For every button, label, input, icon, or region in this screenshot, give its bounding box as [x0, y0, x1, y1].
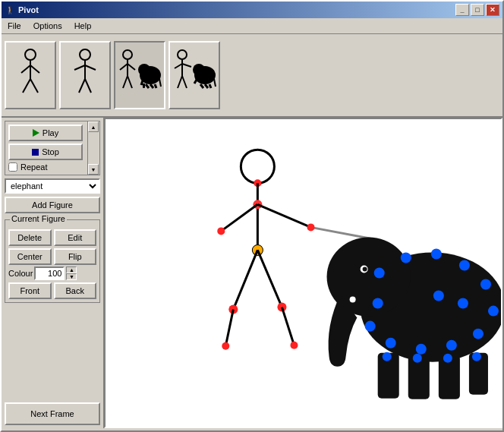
svg-line-2 [21, 65, 30, 73]
svg-point-80 [458, 298, 468, 309]
svg-line-36 [200, 84, 203, 88]
svg-point-82 [413, 354, 422, 363]
svg-line-47 [311, 227, 372, 238]
bottom-panel: Next Frame [5, 306, 100, 425]
svg-line-31 [178, 76, 182, 88]
stick-figure-2-icon [70, 49, 100, 102]
playback-scrollbar: ▲ ▼ [87, 121, 99, 175]
svg-point-57 [290, 342, 298, 349]
app-icon: 🚶 [5, 5, 15, 15]
svg-point-76 [386, 338, 396, 348]
svg-point-69 [431, 248, 442, 259]
colour-up-button[interactable]: ▲ [66, 266, 77, 273]
svg-point-0 [25, 49, 36, 60]
svg-line-46 [257, 204, 310, 227]
repeat-label: Repeat [20, 162, 47, 172]
stick-figure-elephant-2-icon [172, 49, 217, 102]
svg-line-25 [155, 84, 156, 88]
toolbar-figure-2[interactable] [59, 41, 111, 109]
back-button[interactable]: Back [54, 282, 97, 299]
svg-point-12 [123, 50, 132, 59]
svg-point-68 [401, 252, 411, 263]
svg-line-29 [175, 64, 182, 68]
svg-point-6 [80, 49, 90, 60]
stop-icon [32, 149, 39, 156]
svg-line-15 [128, 64, 135, 70]
figure-select[interactable]: elephant stick figure [5, 178, 100, 194]
svg-line-23 [146, 84, 149, 88]
maximize-button[interactable]: □ [471, 4, 484, 16]
svg-point-53 [222, 342, 229, 350]
title-buttons: _ □ ✕ [455, 4, 499, 16]
figure-buttons: Delete Edit Center Flip [8, 229, 96, 265]
front-button[interactable]: Front [8, 282, 52, 299]
svg-line-56 [282, 307, 294, 345]
colour-row: Colour ▲ ▼ [8, 266, 96, 280]
add-figure-button[interactable]: Add Figure [5, 197, 100, 213]
title-bar: 🚶 Pivot _ □ ✕ [2, 2, 502, 18]
repeat-row: Repeat [8, 162, 83, 172]
flip-button[interactable]: Flip [54, 248, 97, 265]
svg-line-38 [209, 84, 211, 88]
svg-point-72 [488, 306, 499, 317]
svg-line-37 [205, 84, 208, 88]
delete-button[interactable]: Delete [8, 229, 52, 246]
main-area: Play Stop Repeat ▲ ▼ [2, 118, 502, 428]
menu-help[interactable]: Help [68, 20, 98, 32]
svg-line-17 [128, 76, 132, 88]
menu-bar: File Options Help [2, 18, 502, 34]
play-icon [33, 129, 39, 137]
svg-line-52 [225, 310, 233, 346]
menu-file[interactable]: File [2, 20, 27, 32]
colour-input[interactable] [34, 266, 65, 280]
svg-line-50 [233, 250, 257, 309]
scroll-up-button[interactable]: ▲ [88, 121, 99, 132]
svg-point-84 [472, 352, 481, 361]
svg-line-39 [214, 79, 216, 87]
left-panel: Play Stop Repeat ▲ ▼ [2, 118, 104, 428]
next-frame-button[interactable]: Next Frame [5, 402, 100, 425]
close-button[interactable]: ✕ [486, 4, 499, 16]
toolbar [2, 34, 502, 118]
svg-line-11 [85, 79, 91, 93]
main-window: 🚶 Pivot _ □ ✕ File Options Help [0, 0, 504, 432]
svg-point-83 [443, 354, 452, 363]
svg-point-40 [241, 150, 274, 183]
svg-point-27 [178, 50, 187, 59]
colour-down-button[interactable]: ▼ [66, 273, 77, 280]
svg-point-78 [373, 298, 383, 309]
play-button[interactable]: Play [8, 125, 83, 141]
svg-line-16 [123, 76, 128, 88]
edit-button[interactable]: Edit [54, 229, 97, 246]
svg-point-60 [350, 297, 356, 303]
svg-point-71 [480, 279, 491, 290]
svg-line-30 [182, 64, 191, 67]
toolbar-figure-elephant-2[interactable] [169, 41, 220, 109]
center-button[interactable]: Center [8, 248, 52, 265]
colour-label: Colour [8, 269, 33, 278]
title-bar-left: 🚶 Pivot [5, 5, 39, 15]
canvas-area[interactable] [104, 118, 502, 428]
svg-line-32 [182, 76, 187, 88]
toolbar-figure-1[interactable] [5, 41, 56, 109]
scroll-down-button[interactable]: ▼ [88, 164, 99, 175]
svg-line-10 [79, 79, 85, 93]
svg-point-73 [473, 329, 484, 339]
svg-line-24 [150, 84, 153, 88]
figure-dropdown-row: elephant stick figure [5, 178, 100, 194]
playback-controls: Play Stop Repeat ▲ ▼ [5, 121, 100, 175]
svg-point-45 [217, 227, 225, 235]
minimize-button[interactable]: _ [455, 4, 469, 16]
svg-point-81 [383, 352, 392, 361]
window-title: Pivot [18, 5, 39, 14]
svg-line-9 [85, 65, 96, 70]
repeat-checkbox[interactable] [8, 162, 17, 172]
stick-figure-elephant-1-icon [117, 49, 162, 102]
stop-button[interactable]: Stop [8, 143, 83, 160]
front-back-buttons: Front Back [8, 282, 96, 299]
svg-line-26 [159, 79, 161, 87]
toolbar-figure-elephant-1[interactable] [114, 41, 165, 109]
stick-figure-1-icon [15, 49, 46, 102]
svg-line-8 [74, 65, 85, 70]
menu-options[interactable]: Options [27, 20, 68, 32]
